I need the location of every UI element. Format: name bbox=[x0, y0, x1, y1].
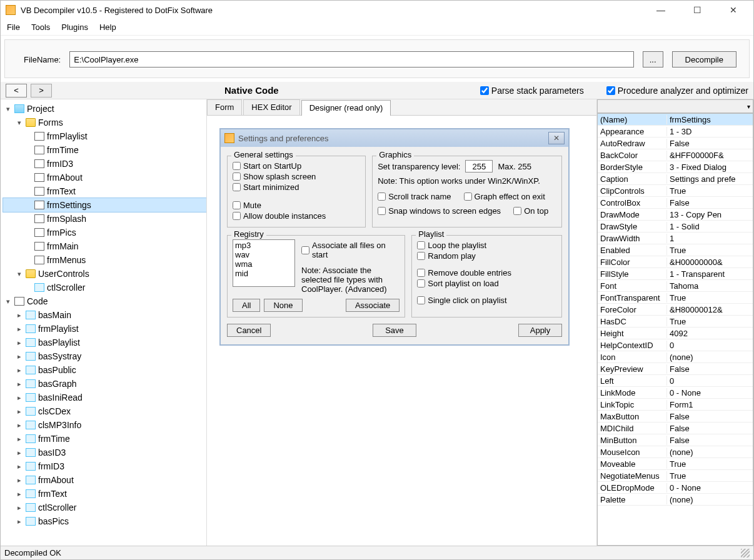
checkbox[interactable] bbox=[378, 192, 386, 201]
property-row[interactable]: FillColor&H00000000& bbox=[598, 256, 753, 268]
tree-item-frmplaylist[interactable]: frmPlaylist bbox=[3, 129, 206, 143]
checkbox[interactable] bbox=[233, 172, 241, 181]
property-row[interactable]: LinkMode0 - None bbox=[598, 387, 753, 399]
btn-associate[interactable]: Associate bbox=[346, 299, 400, 312]
btn-all[interactable]: All bbox=[233, 299, 260, 312]
transparency-input[interactable] bbox=[465, 160, 493, 172]
property-row[interactable]: FillStyle1 - Transparent bbox=[598, 268, 753, 280]
property-row[interactable]: HasDCTrue bbox=[598, 316, 753, 328]
property-row[interactable]: (Name)frmSettings bbox=[598, 114, 753, 126]
tree-item-frmabout[interactable]: frmAbout bbox=[3, 171, 206, 184]
chk-remove-dup[interactable]: Remove double entries bbox=[417, 268, 556, 278]
property-row[interactable]: MaxButtonFalse bbox=[598, 411, 753, 422]
property-row[interactable]: AutoRedrawFalse bbox=[598, 138, 753, 149]
property-row[interactable]: OLEDropMode0 - None bbox=[598, 482, 753, 494]
tab-hex[interactable]: HEX Editor bbox=[243, 99, 299, 115]
tree-forms[interactable]: ▾Forms bbox=[3, 116, 206, 129]
tree-item-frmid3[interactable]: frmID3 bbox=[3, 157, 206, 171]
chk-random[interactable]: Random play bbox=[417, 251, 556, 261]
checkbox[interactable] bbox=[513, 207, 521, 215]
tree-item-frmplaylist[interactable]: ▸frmPlaylist bbox=[3, 322, 206, 336]
chk-scroll-track[interactable]: Scroll track name bbox=[378, 192, 451, 201]
close-button[interactable]: ✕ bbox=[721, 2, 746, 18]
property-row[interactable]: Height4092 bbox=[598, 328, 753, 339]
maximize-button[interactable]: ☐ bbox=[685, 2, 710, 18]
property-row[interactable]: Appearance1 - 3D bbox=[598, 126, 753, 138]
tree-item-ctlscroller[interactable]: ▸ctlScroller bbox=[3, 501, 206, 514]
chk-allow-double[interactable]: Allow double instances bbox=[233, 211, 360, 221]
tree-item-frmabout[interactable]: ▸frmAbout bbox=[3, 473, 206, 487]
filetype-list[interactable]: mp3wavwmamid bbox=[233, 239, 295, 287]
tree-usercontrols[interactable]: ▾UserControls bbox=[3, 267, 206, 281]
menu-tools[interactable]: Tools bbox=[31, 22, 50, 32]
property-row[interactable]: Icon(none) bbox=[598, 351, 753, 363]
nav-back-button[interactable]: < bbox=[6, 84, 27, 98]
btn-save[interactable]: Save bbox=[373, 324, 416, 337]
property-row[interactable]: FontTahoma bbox=[598, 280, 753, 292]
checkbox[interactable] bbox=[417, 241, 425, 249]
resize-grip[interactable] bbox=[741, 549, 750, 558]
property-row[interactable]: Left0 bbox=[598, 375, 753, 387]
checkbox[interactable] bbox=[233, 212, 241, 220]
property-row[interactable]: MinButtonFalse bbox=[598, 434, 753, 446]
proc-analyzer-check[interactable]: Procedure analyzer and optimizer bbox=[606, 86, 748, 96]
tab-designer[interactable]: Designer (read only) bbox=[301, 100, 391, 116]
list-item[interactable]: wma bbox=[235, 259, 293, 269]
tree-item-baspublic[interactable]: ▸basPublic bbox=[3, 363, 206, 377]
tree-code[interactable]: ▾Code bbox=[3, 294, 206, 308]
btn-cancel[interactable]: Cancel bbox=[227, 324, 271, 337]
tree-item-bassystray[interactable]: ▸basSystray bbox=[3, 349, 206, 363]
tree-item-frmtime[interactable]: frmTime bbox=[3, 143, 206, 157]
tree-project[interactable]: ▾Project bbox=[3, 102, 206, 116]
chk-ontop[interactable]: On top bbox=[513, 206, 548, 216]
browse-button[interactable]: ... bbox=[643, 51, 663, 68]
property-row[interactable]: MoveableTrue bbox=[598, 458, 753, 470]
tree-item-basplaylist[interactable]: ▸basPlaylist bbox=[3, 336, 206, 349]
tree-item-frmsettings[interactable]: frmSettings bbox=[3, 198, 206, 212]
property-row[interactable]: BackColor&HFF00000F& bbox=[598, 149, 753, 161]
property-row[interactable]: FontTransparentTrue bbox=[598, 292, 753, 304]
checkbox[interactable] bbox=[417, 296, 425, 304]
project-tree[interactable]: ▾Project ▾Forms frmPlaylistfrmTimefrmID3… bbox=[1, 99, 207, 546]
designer-surface[interactable]: Settings and preferences ✕ General setti… bbox=[207, 116, 596, 546]
filename-input[interactable] bbox=[69, 51, 633, 68]
decompile-button[interactable]: Decompile bbox=[672, 51, 736, 68]
properties-grid[interactable]: (Name)frmSettingsAppearance1 - 3DAutoRed… bbox=[597, 113, 753, 546]
list-item[interactable]: mid bbox=[235, 269, 293, 278]
tree-item-basgraph[interactable]: ▸basGraph bbox=[3, 377, 206, 391]
property-row[interactable]: HelpContextID0 bbox=[598, 339, 753, 351]
chk-splash[interactable]: Show splash screen bbox=[233, 172, 360, 181]
tree-item-basid3[interactable]: ▸basID3 bbox=[3, 446, 206, 459]
chk-sort-on-load[interactable]: Sort playlist on load bbox=[417, 279, 556, 288]
tree-item-frmsplash[interactable]: frmSplash bbox=[3, 212, 206, 226]
property-row[interactable]: BorderStyle3 - Fixed Dialog bbox=[598, 161, 753, 173]
property-row[interactable]: DrawWidth1 bbox=[598, 232, 753, 244]
tree-item-frmtext[interactable]: ▸frmText bbox=[3, 487, 206, 501]
menu-file[interactable]: File bbox=[7, 22, 20, 32]
checkbox[interactable] bbox=[233, 162, 241, 170]
property-row[interactable]: ClipControlsTrue bbox=[598, 185, 753, 197]
property-row[interactable]: ControlBoxFalse bbox=[598, 197, 753, 209]
property-row[interactable]: DrawMode13 - Copy Pen bbox=[598, 209, 753, 221]
checkbox[interactable] bbox=[464, 192, 472, 201]
chk-assoc-all[interactable]: Associate all files on start bbox=[301, 241, 400, 259]
checkbox[interactable] bbox=[417, 279, 425, 288]
property-row[interactable]: KeyPreviewFalse bbox=[598, 363, 753, 375]
property-row[interactable]: ForeColor&H80000012& bbox=[598, 304, 753, 316]
list-item[interactable]: wav bbox=[235, 250, 293, 259]
tree-item-frmmain[interactable]: frmMain bbox=[3, 239, 206, 253]
menu-help[interactable]: Help bbox=[99, 22, 116, 32]
tree-item-frmtext[interactable]: frmText bbox=[3, 184, 206, 198]
chk-snap[interactable]: Snap windows to screen edges bbox=[378, 206, 501, 216]
tree-item-clsmp3info[interactable]: ▸clsMP3Info bbox=[3, 418, 206, 432]
checkbox[interactable] bbox=[417, 269, 425, 277]
tree-item-frmid3[interactable]: ▸frmID3 bbox=[3, 459, 206, 473]
chk-graph-exit[interactable]: Graph effect on exit bbox=[464, 192, 545, 201]
btn-none[interactable]: None bbox=[264, 299, 302, 312]
chk-start-on-startup[interactable]: Start on StartUp bbox=[233, 161, 360, 171]
minimize-button[interactable]: — bbox=[648, 2, 673, 18]
tree-item-frmmenus[interactable]: frmMenus bbox=[3, 253, 206, 267]
menu-plugins[interactable]: Plugins bbox=[61, 22, 88, 32]
checkbox[interactable] bbox=[417, 252, 425, 260]
tree-item-basiniread[interactable]: ▸basIniRead bbox=[3, 391, 206, 404]
